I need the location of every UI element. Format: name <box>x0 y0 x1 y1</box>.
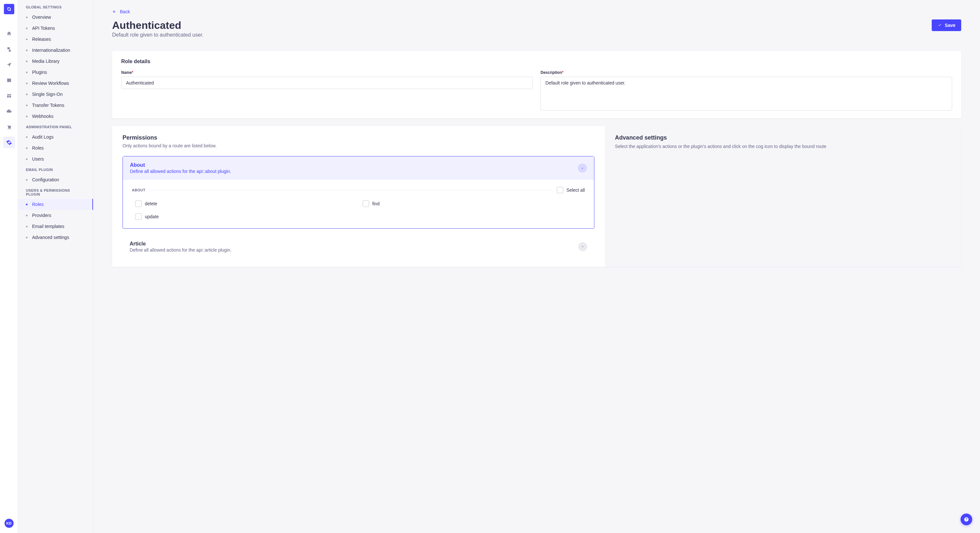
main-content: Back Authenticated Default role given to… <box>93 0 980 533</box>
save-label: Save <box>945 23 955 28</box>
nav-media-icon[interactable] <box>3 75 15 86</box>
sidebar-item-label: Users <box>32 156 44 162</box>
sidebar-item-label: Configuration <box>32 177 59 182</box>
sidebar-item-label: Single Sign-On <box>32 92 62 97</box>
role-details-panel: Role details Name* Description* Default … <box>112 51 961 118</box>
sidebar-item-label: Webhooks <box>32 114 54 119</box>
nav-cloud-icon[interactable] <box>3 106 15 117</box>
sidebar-item-overview[interactable]: Overview <box>18 12 93 23</box>
permissions-subtitle: Only actions bound by a route are listed… <box>123 143 594 148</box>
nav-content-type-icon[interactable] <box>3 43 15 55</box>
sidebar-item-label: Roles <box>32 202 44 207</box>
sidebar-item-label: Review Workflows <box>32 81 69 86</box>
sidebar-item-up-advanced-settings[interactable]: Advanced settings <box>18 232 93 243</box>
brand-logo[interactable] <box>4 4 14 14</box>
icon-rail: KD <box>0 0 18 533</box>
permission-action-delete[interactable]: delete <box>135 200 358 207</box>
permission-action-update[interactable]: update <box>135 213 358 220</box>
action-label: find <box>372 201 380 206</box>
arrow-left-icon <box>112 10 117 14</box>
name-label: Name* <box>121 70 533 75</box>
advanced-desc: Select the application's actions or the … <box>615 143 951 150</box>
nav-layout-icon[interactable] <box>3 90 15 102</box>
permission-group-about: About Define all allowed actions for the… <box>123 156 594 228</box>
sidebar-item-media-library[interactable]: Media Library <box>18 56 93 67</box>
description-label: Description* <box>541 70 952 75</box>
checkbox-icon <box>135 213 142 220</box>
sidebar-item-label: Media Library <box>32 59 60 64</box>
sidebar-item-label: Internationalization <box>32 48 70 53</box>
sidebar-item-label: API Tokens <box>32 25 55 31</box>
sidebar-item-label: Transfer Tokens <box>32 103 65 108</box>
description-input[interactable]: Default role given to authenticated user… <box>541 77 952 110</box>
permission-group-article[interactable]: Article Define all allowed actions for t… <box>123 235 594 259</box>
sidebar-section-title: GLOBAL SETTINGS <box>18 2 93 12</box>
page-subtitle: Default role given to authenticated user… <box>112 32 204 38</box>
sidebar-item-api-tokens[interactable]: API Tokens <box>18 23 93 34</box>
sidebar-item-up-providers[interactable]: Providers <box>18 210 93 221</box>
action-label: update <box>145 214 159 219</box>
sidebar-item-label: Roles <box>32 145 44 151</box>
sidebar-item-single-sign-on[interactable]: Single Sign-On <box>18 89 93 100</box>
help-button[interactable] <box>961 514 972 525</box>
sidebar-item-label: Releases <box>32 36 51 42</box>
permission-group-desc: Define all allowed actions for the api::… <box>130 169 231 174</box>
sidebar-item-plugins[interactable]: Plugins <box>18 67 93 78</box>
role-details-title: Role details <box>121 59 952 65</box>
sidebar-item-up-email-templates[interactable]: Email templates <box>18 221 93 232</box>
sidebar-item-transfer-tokens[interactable]: Transfer Tokens <box>18 100 93 111</box>
sidebar-item-label: Audit Logs <box>32 134 54 140</box>
user-avatar[interactable]: KD <box>5 519 14 528</box>
sidebar-item-releases[interactable]: Releases <box>18 34 93 45</box>
chevron-up-icon <box>578 163 587 173</box>
select-all-checkbox[interactable]: Select all <box>557 187 585 194</box>
chevron-down-icon <box>578 242 587 251</box>
permission-sub-label: ABOUT <box>132 188 145 192</box>
permissions-panel: Permissions Only actions bound by a rout… <box>112 126 961 267</box>
checkbox-icon <box>363 200 369 207</box>
sidebar-item-internationalization[interactable]: Internationalization <box>18 45 93 56</box>
sidebar-item-label: Advanced settings <box>32 235 69 240</box>
nav-settings-icon[interactable] <box>3 136 15 148</box>
sidebar-item-label: Overview <box>32 14 51 20</box>
name-input[interactable] <box>121 77 533 89</box>
sidebar-item-label: Email templates <box>32 224 65 229</box>
permissions-left: Permissions Only actions bound by a rout… <box>112 126 605 267</box>
back-link[interactable]: Back <box>112 8 130 16</box>
action-label: delete <box>145 201 157 206</box>
sidebar-item-email-configuration[interactable]: Configuration <box>18 174 93 185</box>
advanced-settings-pane: Advanced settings Select the application… <box>605 126 961 267</box>
save-button[interactable]: Save <box>932 19 961 31</box>
permission-group-title: About <box>130 162 231 168</box>
sidebar-item-review-workflows[interactable]: Review Workflows <box>18 78 93 89</box>
permissions-title: Permissions <box>123 134 594 141</box>
permission-group-header[interactable]: About Define all allowed actions for the… <box>123 156 594 180</box>
checkbox-icon <box>135 200 142 207</box>
nav-marketplace-icon[interactable] <box>3 121 15 133</box>
divider <box>151 190 552 190</box>
sidebar-item-label: Plugins <box>32 70 47 75</box>
sidebar-item-up-roles[interactable]: Roles <box>18 199 93 210</box>
sidebar-item-audit-logs[interactable]: Audit Logs <box>18 132 93 143</box>
checkbox-icon <box>557 187 563 194</box>
sidebar-section-title: EMAIL PLUGIN <box>18 165 93 174</box>
check-icon <box>937 23 942 27</box>
nav-send-icon[interactable] <box>3 59 15 71</box>
sidebar-section-title: ADMINISTRATION PANEL <box>18 122 93 132</box>
sidebar-item-admin-roles[interactable]: Roles <box>18 143 93 154</box>
permission-group-title: Article <box>130 241 231 247</box>
strapi-icon <box>6 6 12 12</box>
question-icon <box>964 517 969 522</box>
back-label: Back <box>120 9 130 14</box>
settings-sidebar: GLOBAL SETTINGS Overview API Tokens Rele… <box>18 0 93 533</box>
permission-action-find[interactable]: find <box>363 200 585 207</box>
select-all-label: Select all <box>566 187 585 193</box>
permission-group-desc: Define all allowed actions for the api::… <box>130 247 231 252</box>
sidebar-item-label: Providers <box>32 213 51 218</box>
page-title: Authenticated <box>112 19 204 32</box>
sidebar-section-title: USERS & PERMISSIONS PLUGIN <box>18 185 93 199</box>
sidebar-item-webhooks[interactable]: Webhooks <box>18 111 93 122</box>
sidebar-item-admin-users[interactable]: Users <box>18 154 93 165</box>
nav-home-icon[interactable] <box>3 28 15 40</box>
advanced-title: Advanced settings <box>615 134 951 141</box>
